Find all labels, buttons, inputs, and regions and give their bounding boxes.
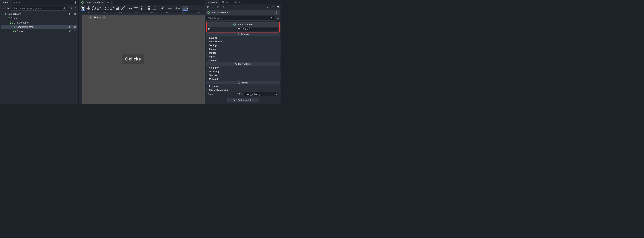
zoom-center-icon[interactable] [83, 16, 87, 19]
select-tool[interactable] [81, 6, 85, 11]
visibility-icon[interactable] [73, 25, 77, 29]
fold-process[interactable]: Process [206, 84, 280, 88]
visibility-icon[interactable] [73, 21, 77, 24]
inspector-node-selector[interactable]: LoadableButton ⌄ [206, 10, 280, 15]
settings-icon[interactable] [276, 17, 280, 20]
fold-layout[interactable]: Layout [206, 36, 280, 40]
add-node-icon[interactable] [2, 7, 5, 10]
visibility-icon[interactable] [73, 12, 77, 16]
tree-control[interactable]: └ ⌄ Control [1, 16, 78, 21]
zoom-out-button[interactable]: − [88, 16, 92, 19]
new-resource-icon[interactable] [206, 6, 210, 9]
pan-tool[interactable] [115, 6, 120, 11]
move-tool[interactable] [86, 6, 91, 11]
list-select-tool[interactable] [104, 6, 109, 11]
fold-input[interactable]: Input [206, 55, 280, 59]
scale-tool[interactable] [97, 6, 102, 11]
fold-material[interactable]: Material [206, 77, 280, 81]
menu-dots-icon[interactable] [74, 1, 78, 4]
add-tab-button[interactable]: + [106, 1, 110, 4]
group-icon[interactable] [152, 6, 157, 11]
filter-properties-input[interactable] [208, 17, 270, 20]
ruler-tool[interactable] [120, 6, 125, 11]
lock-tool[interactable] [110, 6, 114, 11]
ruler-horizontal: 300350400450500550600650 [82, 12, 205, 15]
snap-tool[interactable] [128, 6, 133, 11]
chevron-down-icon[interactable]: ⌄ [275, 93, 277, 95]
close-tab-icon[interactable]: × [102, 1, 103, 4]
visibility-icon[interactable] [73, 29, 77, 33]
tree-loadable[interactable]: └ ⌄ LoadableButton [1, 25, 78, 29]
tab-history[interactable]: History [230, 0, 242, 5]
category-canvasitem[interactable]: ✎ CanvasItem [206, 62, 280, 66]
signal-icon[interactable] [68, 29, 72, 33]
snap-options-icon[interactable] [139, 6, 144, 11]
clicks-button[interactable]: 0 clicks [122, 54, 144, 64]
zoom-in-button[interactable]: + [102, 16, 106, 19]
category-node[interactable]: Node [206, 81, 280, 84]
menu-dots-icon[interactable] [278, 0, 281, 4]
grid-visibility-tool[interactable]: ⌄ [182, 6, 188, 11]
script-value[interactable]: save_button.gd ⌄ [244, 92, 278, 96]
script-icon[interactable] [68, 12, 72, 16]
view-menu[interactable]: View [173, 6, 182, 11]
link-icon[interactable] [6, 7, 10, 10]
canvas-viewport[interactable]: 300350400450500550600650 − 200 % + + 0 c… [79, 12, 205, 104]
scene-filter[interactable] [11, 6, 68, 11]
lock-icon[interactable] [147, 6, 152, 11]
tab-node[interactable]: Node [220, 0, 230, 5]
tree-grid[interactable]: └ ⌄ GridContainer [1, 21, 78, 25]
scene-menu-dots-icon[interactable] [74, 7, 77, 10]
skeleton-icon[interactable] [168, 6, 172, 11]
save-resource-icon[interactable] [216, 6, 220, 9]
search-icon[interactable] [270, 17, 274, 20]
fold-theme[interactable]: Theme [206, 59, 280, 62]
svg-point-35 [152, 6, 154, 7]
tree-button[interactable]: Button [1, 29, 78, 33]
fold-texture[interactable]: Texture [206, 73, 280, 77]
zoom-level[interactable]: 200 % [94, 16, 100, 19]
tree-label: Button [17, 30, 68, 33]
fold-tooltip[interactable]: Tooltip [206, 43, 280, 47]
fold-visibility[interactable]: Visibility [206, 66, 280, 70]
scene-tab[interactable]: saves_tutorial × [79, 0, 106, 5]
script-icon[interactable] [68, 25, 72, 29]
tab-import[interactable]: Import [12, 0, 23, 5]
svg-rect-34 [153, 7, 156, 10]
search-icon[interactable] [62, 7, 66, 10]
tab-inspector[interactable]: Inspector [205, 0, 220, 5]
add-metadata-button[interactable]: + Add Metadata [227, 98, 259, 102]
visibility-icon[interactable] [73, 17, 77, 20]
reset-icon[interactable] [236, 92, 240, 96]
reset-icon[interactable] [237, 28, 241, 31]
doc-icon[interactable] [275, 11, 278, 14]
tab-scene[interactable]: Scene [0, 0, 12, 5]
fold-mouse[interactable]: Mouse [206, 51, 280, 55]
fold-focus[interactable]: Focus [206, 47, 280, 51]
category-control[interactable]: Control [206, 33, 280, 36]
history-reload-icon[interactable] [276, 6, 280, 9]
fold-localization[interactable]: Localization [206, 40, 280, 43]
gear-icon[interactable] [240, 92, 244, 96]
grid-snap-tool[interactable] [134, 6, 138, 11]
chevron-down-icon[interactable]: ⌄ [270, 11, 272, 14]
fold-editor-description[interactable]: Editor Description [206, 88, 280, 92]
filter-properties[interactable] [206, 16, 275, 21]
history-forward-icon[interactable] [271, 6, 274, 9]
category-taloloadable[interactable]: TaloLoadable [207, 23, 279, 27]
load-resource-icon[interactable] [212, 6, 215, 9]
pin-icon[interactable] [160, 6, 164, 11]
svg-point-54 [223, 7, 224, 8]
svg-rect-23 [105, 9, 106, 10]
attach-script-icon[interactable] [69, 7, 72, 10]
node-icon [4, 13, 6, 15]
fold-ordering[interactable]: Ordering [206, 70, 280, 73]
rotate-tool[interactable] [92, 6, 96, 11]
fullscreen-icon[interactable] [110, 1, 114, 4]
history-back-icon[interactable] [266, 6, 270, 9]
prop-value[interactable]: Button1 [241, 27, 278, 31]
svg-point-40 [183, 7, 184, 7]
resource-menu-dots-icon[interactable] [222, 6, 225, 9]
tree-root[interactable]: ⌄ SavesTutorial [1, 12, 78, 16]
scene-filter-input[interactable] [12, 7, 62, 10]
